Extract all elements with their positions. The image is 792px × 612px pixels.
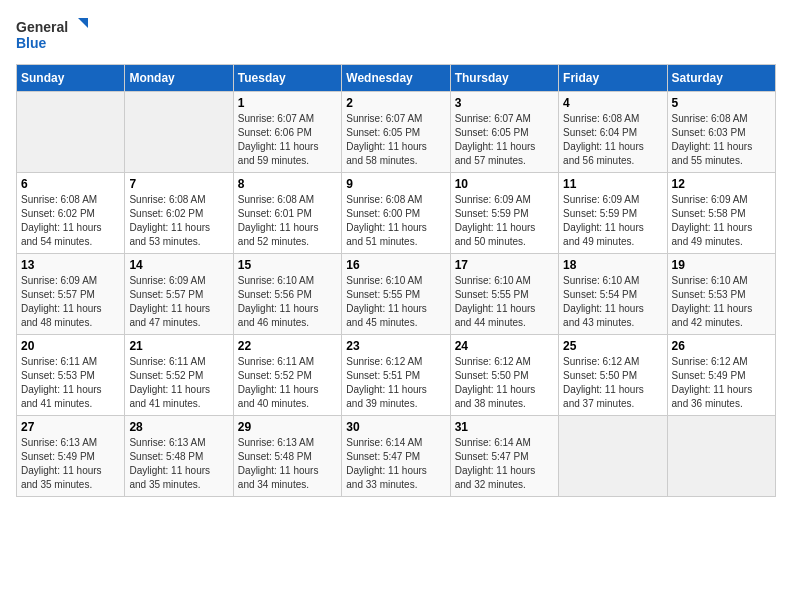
day-info: Sunrise: 6:10 AM Sunset: 5:56 PM Dayligh… (238, 274, 337, 330)
calendar-week-row: 6Sunrise: 6:08 AM Sunset: 6:02 PM Daylig… (17, 173, 776, 254)
day-info: Sunrise: 6:07 AM Sunset: 6:06 PM Dayligh… (238, 112, 337, 168)
day-info: Sunrise: 6:10 AM Sunset: 5:55 PM Dayligh… (346, 274, 445, 330)
calendar-cell: 16Sunrise: 6:10 AM Sunset: 5:55 PM Dayli… (342, 254, 450, 335)
day-info: Sunrise: 6:07 AM Sunset: 6:05 PM Dayligh… (455, 112, 554, 168)
day-number: 8 (238, 177, 337, 191)
calendar-cell: 14Sunrise: 6:09 AM Sunset: 5:57 PM Dayli… (125, 254, 233, 335)
calendar-cell (559, 416, 667, 497)
day-number: 11 (563, 177, 662, 191)
calendar-cell: 18Sunrise: 6:10 AM Sunset: 5:54 PM Dayli… (559, 254, 667, 335)
day-info: Sunrise: 6:08 AM Sunset: 6:04 PM Dayligh… (563, 112, 662, 168)
weekday-header-thursday: Thursday (450, 65, 558, 92)
day-info: Sunrise: 6:09 AM Sunset: 5:59 PM Dayligh… (455, 193, 554, 249)
day-number: 4 (563, 96, 662, 110)
calendar-week-row: 1Sunrise: 6:07 AM Sunset: 6:06 PM Daylig… (17, 92, 776, 173)
weekday-header-saturday: Saturday (667, 65, 775, 92)
calendar-cell: 23Sunrise: 6:12 AM Sunset: 5:51 PM Dayli… (342, 335, 450, 416)
day-info: Sunrise: 6:08 AM Sunset: 6:03 PM Dayligh… (672, 112, 771, 168)
day-info: Sunrise: 6:08 AM Sunset: 6:00 PM Dayligh… (346, 193, 445, 249)
calendar-cell: 17Sunrise: 6:10 AM Sunset: 5:55 PM Dayli… (450, 254, 558, 335)
calendar-cell: 26Sunrise: 6:12 AM Sunset: 5:49 PM Dayli… (667, 335, 775, 416)
weekday-header-friday: Friday (559, 65, 667, 92)
day-number: 9 (346, 177, 445, 191)
calendar-cell: 13Sunrise: 6:09 AM Sunset: 5:57 PM Dayli… (17, 254, 125, 335)
calendar-cell: 29Sunrise: 6:13 AM Sunset: 5:48 PM Dayli… (233, 416, 341, 497)
weekday-header-row: SundayMondayTuesdayWednesdayThursdayFrid… (17, 65, 776, 92)
calendar-cell: 31Sunrise: 6:14 AM Sunset: 5:47 PM Dayli… (450, 416, 558, 497)
weekday-header-monday: Monday (125, 65, 233, 92)
svg-marker-1 (78, 18, 88, 28)
day-number: 19 (672, 258, 771, 272)
calendar-cell: 27Sunrise: 6:13 AM Sunset: 5:49 PM Dayli… (17, 416, 125, 497)
day-info: Sunrise: 6:11 AM Sunset: 5:53 PM Dayligh… (21, 355, 120, 411)
day-number: 23 (346, 339, 445, 353)
calendar-cell: 10Sunrise: 6:09 AM Sunset: 5:59 PM Dayli… (450, 173, 558, 254)
weekday-header-sunday: Sunday (17, 65, 125, 92)
day-number: 22 (238, 339, 337, 353)
day-number: 27 (21, 420, 120, 434)
calendar-cell (17, 92, 125, 173)
calendar-cell: 5Sunrise: 6:08 AM Sunset: 6:03 PM Daylig… (667, 92, 775, 173)
day-number: 26 (672, 339, 771, 353)
calendar-cell: 8Sunrise: 6:08 AM Sunset: 6:01 PM Daylig… (233, 173, 341, 254)
weekday-header-wednesday: Wednesday (342, 65, 450, 92)
calendar-cell: 25Sunrise: 6:12 AM Sunset: 5:50 PM Dayli… (559, 335, 667, 416)
day-info: Sunrise: 6:08 AM Sunset: 6:02 PM Dayligh… (129, 193, 228, 249)
day-number: 17 (455, 258, 554, 272)
day-number: 31 (455, 420, 554, 434)
day-number: 14 (129, 258, 228, 272)
calendar-cell: 9Sunrise: 6:08 AM Sunset: 6:00 PM Daylig… (342, 173, 450, 254)
day-number: 28 (129, 420, 228, 434)
day-info: Sunrise: 6:12 AM Sunset: 5:49 PM Dayligh… (672, 355, 771, 411)
day-number: 16 (346, 258, 445, 272)
calendar-cell: 28Sunrise: 6:13 AM Sunset: 5:48 PM Dayli… (125, 416, 233, 497)
day-info: Sunrise: 6:11 AM Sunset: 5:52 PM Dayligh… (129, 355, 228, 411)
day-info: Sunrise: 6:13 AM Sunset: 5:48 PM Dayligh… (238, 436, 337, 492)
day-info: Sunrise: 6:13 AM Sunset: 5:48 PM Dayligh… (129, 436, 228, 492)
day-info: Sunrise: 6:14 AM Sunset: 5:47 PM Dayligh… (346, 436, 445, 492)
day-number: 3 (455, 96, 554, 110)
day-number: 6 (21, 177, 120, 191)
day-number: 18 (563, 258, 662, 272)
day-number: 13 (21, 258, 120, 272)
calendar-cell: 11Sunrise: 6:09 AM Sunset: 5:59 PM Dayli… (559, 173, 667, 254)
day-info: Sunrise: 6:09 AM Sunset: 5:58 PM Dayligh… (672, 193, 771, 249)
calendar-table: SundayMondayTuesdayWednesdayThursdayFrid… (16, 64, 776, 497)
day-info: Sunrise: 6:10 AM Sunset: 5:54 PM Dayligh… (563, 274, 662, 330)
day-info: Sunrise: 6:09 AM Sunset: 5:59 PM Dayligh… (563, 193, 662, 249)
page-header: GeneralBlue (16, 16, 776, 56)
calendar-cell: 1Sunrise: 6:07 AM Sunset: 6:06 PM Daylig… (233, 92, 341, 173)
logo-svg: GeneralBlue (16, 16, 96, 56)
calendar-cell (125, 92, 233, 173)
calendar-cell: 21Sunrise: 6:11 AM Sunset: 5:52 PM Dayli… (125, 335, 233, 416)
day-number: 12 (672, 177, 771, 191)
day-number: 2 (346, 96, 445, 110)
day-number: 1 (238, 96, 337, 110)
day-number: 5 (672, 96, 771, 110)
calendar-week-row: 13Sunrise: 6:09 AM Sunset: 5:57 PM Dayli… (17, 254, 776, 335)
day-info: Sunrise: 6:10 AM Sunset: 5:55 PM Dayligh… (455, 274, 554, 330)
svg-text:General: General (16, 19, 68, 35)
day-info: Sunrise: 6:09 AM Sunset: 5:57 PM Dayligh… (129, 274, 228, 330)
day-info: Sunrise: 6:12 AM Sunset: 5:50 PM Dayligh… (455, 355, 554, 411)
calendar-cell: 19Sunrise: 6:10 AM Sunset: 5:53 PM Dayli… (667, 254, 775, 335)
day-number: 7 (129, 177, 228, 191)
day-number: 21 (129, 339, 228, 353)
day-number: 30 (346, 420, 445, 434)
calendar-cell: 12Sunrise: 6:09 AM Sunset: 5:58 PM Dayli… (667, 173, 775, 254)
day-number: 10 (455, 177, 554, 191)
calendar-cell: 22Sunrise: 6:11 AM Sunset: 5:52 PM Dayli… (233, 335, 341, 416)
calendar-cell: 2Sunrise: 6:07 AM Sunset: 6:05 PM Daylig… (342, 92, 450, 173)
weekday-header-tuesday: Tuesday (233, 65, 341, 92)
calendar-cell: 15Sunrise: 6:10 AM Sunset: 5:56 PM Dayli… (233, 254, 341, 335)
day-info: Sunrise: 6:11 AM Sunset: 5:52 PM Dayligh… (238, 355, 337, 411)
calendar-cell: 4Sunrise: 6:08 AM Sunset: 6:04 PM Daylig… (559, 92, 667, 173)
logo: GeneralBlue (16, 16, 96, 56)
day-info: Sunrise: 6:14 AM Sunset: 5:47 PM Dayligh… (455, 436, 554, 492)
day-info: Sunrise: 6:09 AM Sunset: 5:57 PM Dayligh… (21, 274, 120, 330)
day-number: 15 (238, 258, 337, 272)
calendar-cell: 24Sunrise: 6:12 AM Sunset: 5:50 PM Dayli… (450, 335, 558, 416)
day-number: 24 (455, 339, 554, 353)
day-info: Sunrise: 6:10 AM Sunset: 5:53 PM Dayligh… (672, 274, 771, 330)
calendar-cell: 20Sunrise: 6:11 AM Sunset: 5:53 PM Dayli… (17, 335, 125, 416)
